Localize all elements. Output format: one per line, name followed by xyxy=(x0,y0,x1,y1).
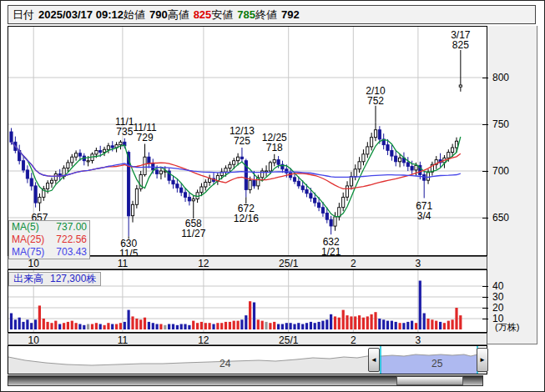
ma25-row: MA(25) 722.56 xyxy=(12,234,87,246)
date-label: 日付 xyxy=(13,8,34,23)
axis-tick xyxy=(482,78,488,78)
ma5-row: MA(5) 737.00 xyxy=(12,221,87,234)
volume-readout-label: 出来高 xyxy=(13,272,43,286)
annotation-label: 735 xyxy=(116,126,133,138)
x-axis-label: 2 xyxy=(351,258,356,269)
annotation-label: 729 xyxy=(137,132,154,143)
annotation-label: 825 xyxy=(452,39,469,51)
x-axis-label: 3 xyxy=(416,334,421,346)
ma75-value: 703.43 xyxy=(56,246,87,259)
annotation-label: 12/16 xyxy=(234,213,259,224)
annotation-label: 11/27 xyxy=(181,228,205,239)
ma75-label: MA(75) xyxy=(12,246,44,259)
x-axis-label: 10 xyxy=(28,258,38,269)
axis-tick xyxy=(482,218,488,219)
open-value: 790 xyxy=(149,8,168,21)
high-label: 高値 xyxy=(168,8,189,23)
y-axis-label: 800 xyxy=(492,72,509,83)
x-axis-label: 25/1 xyxy=(279,258,298,269)
ma25-label: MA(25) xyxy=(12,234,44,246)
navigator-year-label: 24 xyxy=(220,358,230,369)
close-label: 終値 xyxy=(255,8,277,23)
volume-readout-value: 127,300株 xyxy=(50,272,96,286)
x-axis-label: 3 xyxy=(416,258,421,269)
ohlc-header: 日付 2025/03/17 09:12 始値 790 高値 825 安値 785… xyxy=(8,5,536,24)
range-left-handle-button[interactable]: ◄ xyxy=(368,348,380,372)
y-axis-label: 700 xyxy=(492,165,509,177)
x-axis-label: 12 xyxy=(198,334,209,346)
date-value: 2025/03/17 09:12 xyxy=(38,8,124,21)
x-axis-label: 25/1 xyxy=(279,334,298,346)
navigator-year-label: 25 xyxy=(431,358,442,369)
stock-chart-app: 日付 2025/03/17 09:12 始値 790 高値 825 安値 785… xyxy=(0,0,545,392)
axis-tick xyxy=(482,124,488,125)
axis-tick xyxy=(482,171,488,172)
range-navigator[interactable] xyxy=(8,345,487,374)
y-axis-label: 650 xyxy=(492,212,509,224)
close-value: 792 xyxy=(281,8,300,21)
low-value: 785 xyxy=(237,8,255,21)
y-axis-label: 30 xyxy=(492,291,503,303)
open-label: 始値 xyxy=(124,8,145,23)
x-axis-label: 12 xyxy=(198,258,209,269)
left-arrow-icon: ◄ xyxy=(371,357,377,364)
scrollbar-thumb[interactable] xyxy=(396,376,463,385)
axis-tick xyxy=(482,319,488,319)
axis-tick xyxy=(482,286,488,287)
y-axis-label: 20 xyxy=(492,302,503,314)
y-axis-label: 750 xyxy=(492,118,509,130)
range-right-handle-button[interactable]: ► xyxy=(477,348,488,372)
x-axis-label: 11 xyxy=(118,258,128,269)
annotation-label: 718 xyxy=(266,142,283,153)
x-axis-label: 11 xyxy=(118,334,128,346)
ma5-label: MA(5) xyxy=(12,221,39,234)
high-value: 825 xyxy=(194,8,212,21)
x-axis-label: 2 xyxy=(351,334,356,346)
axis-tick xyxy=(482,308,488,309)
right-arrow-icon: ► xyxy=(479,357,486,364)
ma25-value: 722.56 xyxy=(56,234,87,246)
annotation-label: 3/4 xyxy=(417,210,431,222)
horizontal-scrollbar-track[interactable] xyxy=(8,375,483,386)
volume-readout: 出来高 127,300株 xyxy=(8,272,101,286)
x-axis-label: 10 xyxy=(28,334,38,346)
ma75-row: MA(75) 703.43 xyxy=(12,246,87,259)
navigator-overview-chart xyxy=(8,346,487,374)
y-axis-label: 40 xyxy=(492,280,503,292)
low-label: 安値 xyxy=(211,8,233,23)
axis-tick xyxy=(482,297,488,298)
ma5-value: 737.00 xyxy=(56,221,87,234)
y-axis-label: 10 xyxy=(492,313,503,324)
annotation-label: 725 xyxy=(234,135,250,147)
volume-x-axis: 10111225/123 xyxy=(8,333,487,345)
ma-legend: MA(5) 737.00 MA(25) 722.56 MA(75) 703.43 xyxy=(8,220,90,259)
annotation-label: 752 xyxy=(367,95,384,107)
